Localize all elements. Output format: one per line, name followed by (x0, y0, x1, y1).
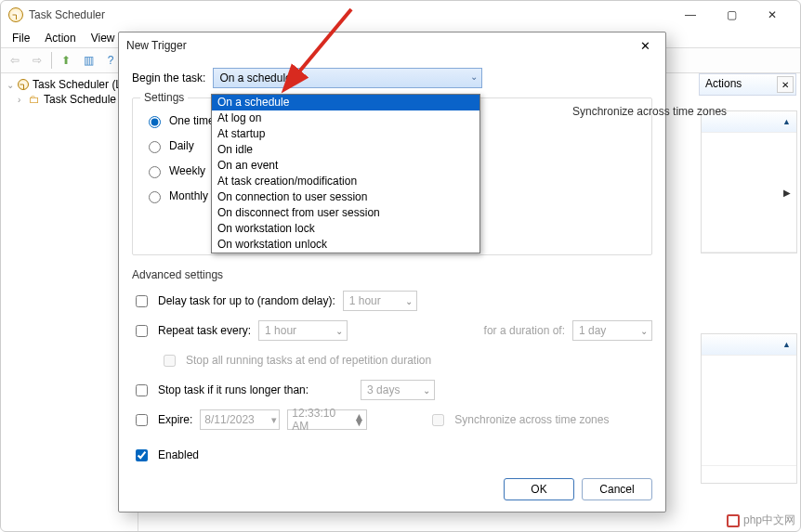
sync-timezones-label-2: Synchronize across time zones (454, 413, 609, 426)
expire-row: Expire: 8/11/2023▾ 12:33:10 AM▲▼ Synchro… (132, 409, 652, 430)
stop-running-row: Stop all running tasks at end of repetit… (160, 350, 652, 370)
minimize-button[interactable]: — (670, 2, 711, 28)
radio-weekly-label: Weekly (169, 164, 205, 177)
chevron-right-icon[interactable]: › (18, 95, 29, 105)
radio-daily-label: Daily (169, 139, 194, 152)
duration-value-select[interactable]: 1 day⌄ (572, 320, 652, 341)
cancel-button[interactable]: Cancel (582, 478, 652, 500)
stop-running-checkbox (164, 355, 176, 367)
ok-button-label: OK (531, 483, 546, 496)
scroll-up-icon[interactable]: ▲ (702, 334, 796, 355)
dropdown-item[interactable]: On workstation lock (212, 221, 479, 237)
dropdown-item[interactable]: On connection to user session (212, 189, 479, 205)
up-icon[interactable]: ⬆ (56, 50, 76, 71)
forward-icon[interactable]: ⇨ (27, 50, 47, 71)
dialog-title: New Trigger (126, 39, 632, 52)
spinner-icon[interactable]: ▲▼ (353, 414, 364, 425)
chevron-down-icon: ⌄ (405, 296, 413, 306)
watermark: php中文网 (727, 513, 795, 528)
dropdown-item[interactable]: On an event (212, 158, 479, 174)
back-icon[interactable]: ⇦ (5, 50, 25, 71)
expire-date-input[interactable]: 8/11/2023▾ (200, 409, 280, 430)
dialog-titlebar[interactable]: New Trigger ✕ (119, 32, 665, 58)
delay-label: Delay task for up to (random delay): (158, 294, 335, 307)
begin-task-label: Begin the task: (132, 71, 205, 84)
close-button[interactable]: ✕ (752, 2, 793, 28)
dropdown-item[interactable]: On workstation unlock (212, 237, 479, 253)
expire-label: Expire: (158, 413, 192, 426)
chevron-down-icon[interactable]: ⌄ (7, 80, 18, 90)
delay-value-select[interactable]: 1 hour⌄ (343, 291, 417, 311)
expire-date-text: 8/11/2023 (204, 413, 254, 426)
tree-root-label: Task Scheduler (L (33, 78, 122, 91)
close-icon[interactable]: ✕ (632, 32, 658, 58)
menu-file[interactable]: File (7, 30, 35, 46)
duration-value-text: 1 day (579, 324, 606, 337)
dropdown-item[interactable]: At log on (212, 110, 479, 126)
svg-line-0 (295, 9, 351, 76)
panel-icon[interactable]: ▥ (78, 50, 98, 71)
stop-if-longer-text: 3 days (367, 383, 400, 396)
chevron-down-icon: ⌄ (423, 385, 430, 396)
preview-body (702, 355, 796, 466)
radio-monthly-label: Monthly (169, 189, 208, 202)
dropdown-item[interactable]: On a schedule (212, 95, 479, 110)
actions-panel: Actions ✕ (699, 73, 796, 96)
tree-child[interactable]: › 🗀 Task Schedule (5, 92, 134, 107)
delay-value-text: 1 hour (349, 294, 381, 307)
settings-group-title: Settings (140, 91, 188, 104)
ok-button[interactable]: OK (504, 478, 574, 500)
radio-monthly-input[interactable] (149, 191, 161, 203)
chevron-down-icon: ⌄ (335, 326, 343, 336)
divider (51, 52, 52, 69)
radio-one-time-input[interactable] (149, 116, 161, 128)
watermark-text: php中文网 (743, 513, 795, 528)
dropdown-item[interactable]: On disconnect from user session (212, 205, 479, 221)
dropdown-item[interactable]: At startup (212, 126, 479, 142)
delay-row: Delay task for up to (random delay): 1 h… (132, 291, 652, 311)
cancel-button-label: Cancel (599, 483, 634, 496)
menu-view[interactable]: View (85, 30, 121, 46)
sync-timezones-checkbox-2 (432, 414, 444, 426)
dropdown-item[interactable]: On idle (212, 142, 479, 158)
clock-icon (18, 79, 29, 90)
stop-if-longer-select[interactable]: 3 days⌄ (361, 380, 435, 400)
enabled-row: Enabled (132, 445, 652, 465)
repeat-checkbox[interactable] (136, 325, 148, 337)
actions-header-label: Actions (705, 77, 742, 90)
repeat-label: Repeat task every: (158, 324, 251, 337)
annotation-arrow-icon (288, 4, 362, 90)
preview-panel-1: ▲ ▶ (701, 110, 797, 253)
menu-action[interactable]: Action (39, 30, 81, 46)
radio-weekly-input[interactable] (149, 166, 161, 178)
repeat-value-select[interactable]: 1 hour⌄ (258, 320, 348, 341)
dropdown-item[interactable]: At task creation/modification (212, 174, 479, 189)
tree-child-label: Task Schedule (44, 93, 116, 106)
chevron-right-icon[interactable]: ▶ (783, 188, 791, 198)
calendar-icon[interactable]: ▾ (271, 414, 277, 426)
radio-daily-input[interactable] (149, 141, 161, 153)
expire-time-text: 12:33:10 AM (292, 407, 353, 433)
enabled-checkbox[interactable] (136, 449, 148, 461)
expire-time-input[interactable]: 12:33:10 AM▲▼ (287, 409, 367, 430)
expire-checkbox[interactable] (136, 414, 148, 426)
stop-running-label: Stop all running tasks at end of repetit… (186, 354, 431, 367)
chevron-down-icon: ⌄ (640, 326, 648, 336)
tree-root[interactable]: ⌄ Task Scheduler (L (5, 77, 134, 92)
actions-close-icon[interactable]: ✕ (777, 76, 794, 93)
chevron-down-icon: ⌄ (470, 71, 478, 82)
begin-task-row: Begin the task: On a schedule ⌄ (132, 68, 652, 88)
delay-checkbox[interactable] (136, 295, 148, 307)
stop-if-longer-checkbox[interactable] (136, 384, 148, 396)
sync-timezones-label: Synchronize across time zones (572, 105, 727, 118)
stop-if-longer-label: Stop task if it runs longer than: (158, 383, 309, 396)
duration-label: for a duration of: (484, 324, 565, 337)
maximize-button[interactable]: ▢ (711, 2, 752, 28)
main-titlebar[interactable]: Task Scheduler — ▢ ✕ (1, 1, 800, 29)
folder-icon: 🗀 (29, 93, 40, 106)
begin-task-dropdown-list[interactable]: On a schedule At log on At startup On id… (211, 94, 480, 253)
actions-header: Actions ✕ (699, 73, 796, 96)
repeat-value-text: 1 hour (265, 324, 296, 337)
radio-one-time-label: One time (169, 114, 215, 127)
preview-body: ▶ (702, 132, 796, 253)
